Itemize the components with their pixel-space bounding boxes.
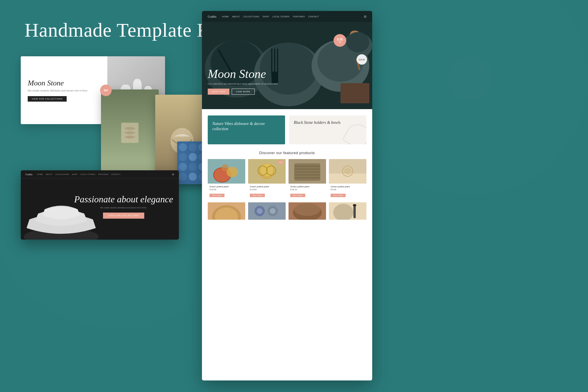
product-visual-5 — [208, 202, 245, 220]
svg-rect-65 — [353, 205, 356, 218]
svg-point-51 — [344, 168, 351, 175]
sale-badge-2: Sale — [278, 161, 284, 164]
svg-point-4 — [179, 143, 187, 151]
hero-subtitle: Our collections are informed by a deep a… — [208, 83, 278, 85]
buy-button-2[interactable]: BUY NOW — [250, 194, 265, 197]
product-price-2: $ 19.00 — [250, 188, 284, 191]
hero-content: Moon Stone Our collections are informed … — [208, 67, 278, 95]
svg-point-57 — [257, 208, 263, 214]
svg-point-5 — [189, 143, 197, 151]
featured-products-section: Discover our featured products Green pot… — [202, 151, 372, 225]
nav-features[interactable]: FEATURES — [293, 16, 305, 18]
product-image-4 — [329, 159, 366, 184]
product-card-4: Green potted plant $ 9.00 BUY NOW — [329, 159, 366, 199]
product-image-3 — [289, 159, 326, 184]
shop-now-button[interactable]: SHOP NOW — [208, 89, 229, 95]
nav-collections[interactable]: COLLECTIONS — [244, 16, 259, 18]
product-image-1 — [208, 159, 245, 184]
card-pottery — [101, 89, 159, 173]
hero-title: Moon Stone — [208, 67, 278, 81]
dark-nav: Craftis HOME ABOUT COLLECTIONS SHOP LOCA… — [21, 170, 179, 178]
card-white-subtitle: We create ceramic dishware and woven ric… — [28, 89, 100, 92]
nav-about[interactable]: ABOUT — [232, 16, 240, 18]
product-image-7 — [289, 202, 326, 220]
svg-point-31 — [346, 32, 369, 52]
dark-hero-content: Passionate about elegance We create cera… — [74, 194, 173, 219]
nav-home[interactable]: HOME — [222, 16, 229, 18]
dark-cart-icon[interactable]: ⊙ — [172, 173, 174, 176]
dark-nav-about[interactable]: ABOUT — [46, 173, 53, 175]
svg-point-11 — [189, 163, 197, 171]
product-image-2: Sale — [248, 159, 286, 184]
product-price-1: $ 18.00 — [209, 188, 244, 191]
svg-rect-55 — [248, 202, 286, 220]
product-info-1: Green potted plant $ 18.00 BUY NOW — [208, 184, 245, 199]
view-more-button[interactable]: VIEW MORE — [232, 89, 255, 95]
dark-nav-shop[interactable]: SHOP — [72, 173, 78, 175]
product-name-4: Green potted plant — [331, 185, 365, 188]
nav-logo: Craftis — [208, 15, 216, 18]
dark-hero-subtitle: We create ceramic dishware and woven ric… — [95, 207, 152, 209]
dark-view-collections-button[interactable]: VIEW OUR COLLECTIONS — [103, 213, 144, 219]
collection-card-nature-vibes[interactable]: Nature Vibes dishware & decore collectio… — [208, 115, 285, 144]
svg-point-59 — [270, 208, 276, 214]
product-card-1: Green potted plant $ 18.00 BUY NOW — [208, 159, 245, 199]
svg-point-10 — [179, 163, 187, 171]
svg-point-35 — [222, 164, 229, 171]
collection-title-2: Black Stone holders & bowls — [294, 120, 362, 125]
price-suffix-1: .00 — [338, 41, 341, 43]
product-card-6 — [248, 202, 286, 220]
product-card-2: Sale Green potted plant $ 19.00 BUY NOW — [248, 159, 286, 199]
product-card-8 — [329, 202, 366, 220]
nav-shop[interactable]: SHOP — [263, 16, 269, 18]
cart-icon[interactable]: ⊙ — [364, 15, 366, 18]
product-name-1: Green potted plant — [209, 185, 244, 188]
dark-nav-logo: Craftis — [25, 173, 33, 176]
dark-nav-links: HOME ABOUT COLLECTIONS SHOP LOCAL STORES… — [37, 173, 121, 175]
dark-nav-collections[interactable]: COLLECTIONS — [55, 173, 69, 175]
dark-nav-home[interactable]: HOME — [37, 173, 43, 175]
page-title: Handmade Template Kit — [25, 19, 223, 42]
buy-button-1[interactable]: BUY NOW — [209, 194, 224, 197]
svg-rect-49 — [329, 173, 366, 184]
price-value-2: £16.00 — [359, 59, 365, 61]
nav-contact[interactable]: CONTACT — [308, 16, 319, 18]
product-card-3: Green potted plant $ 18.10 BUY NOW — [289, 159, 326, 199]
website-mockup-dark: Craftis HOME ABOUT COLLECTIONS SHOP LOCA… — [21, 170, 179, 240]
textile-pattern-svg — [118, 117, 141, 146]
nav-local-stores[interactable]: LOCAL STORES — [272, 16, 289, 18]
website-mockup-main: Craftis HOME ABOUT COLLECTIONS SHOP LOCA… — [202, 11, 372, 380]
dark-hero-title: Passionate about elegance — [74, 194, 173, 204]
hero-buttons: SHOP NOW VIEW MORE — [208, 89, 278, 95]
svg-rect-29 — [340, 83, 369, 103]
collection-card-black-stone[interactable]: Black Stone holders & bowls — [289, 115, 366, 144]
dark-nav-contact[interactable]: CONTACT — [111, 173, 121, 175]
price-value-1: $ 25 — [337, 38, 342, 41]
buy-button-3[interactable]: BUY NOW — [290, 194, 305, 197]
collections-section: Nature Vibes dishware & decore collectio… — [202, 109, 372, 151]
featured-title: Discover our featured products — [208, 151, 366, 155]
pottery-image — [101, 89, 159, 173]
view-collections-button[interactable]: VIEW OUR COLLECTIONS — [28, 96, 67, 102]
product-price-3: $ 18.10 — [290, 188, 324, 191]
product-info-3: Green potted plant $ 18.10 BUY NOW — [289, 184, 326, 199]
product-info-4: Green potted plant $ 9.00 BUY NOW — [329, 184, 366, 199]
price-badge-white: $50 — [100, 85, 112, 96]
card-white-title: Moon Stone — [28, 79, 100, 87]
product-visual-8 — [329, 202, 366, 220]
collection-title-1: Nature Vibes dishware & decore collectio… — [212, 121, 280, 132]
product-visual-3 — [289, 159, 326, 184]
dark-nav-features[interactable]: FEATURES — [98, 173, 108, 175]
buy-button-4[interactable]: BUY NOW — [331, 194, 346, 197]
product-image-8 — [329, 202, 366, 220]
svg-point-66 — [353, 204, 356, 206]
product-info-2: Green potted plant $ 19.00 BUY NOW — [248, 184, 286, 199]
dark-nav-local-stores[interactable]: LOCAL STORES — [80, 173, 95, 175]
dark-hero: Passionate about elegance We create cera… — [21, 178, 179, 240]
product-card-5 — [208, 202, 245, 220]
product-card-7 — [289, 202, 326, 220]
svg-point-8 — [189, 153, 197, 161]
product-name-3: Green potted plant — [290, 185, 324, 188]
svg-point-13 — [179, 173, 187, 181]
products-grid-row1: Green potted plant $ 18.00 BUY NOW Sale — [208, 159, 366, 199]
